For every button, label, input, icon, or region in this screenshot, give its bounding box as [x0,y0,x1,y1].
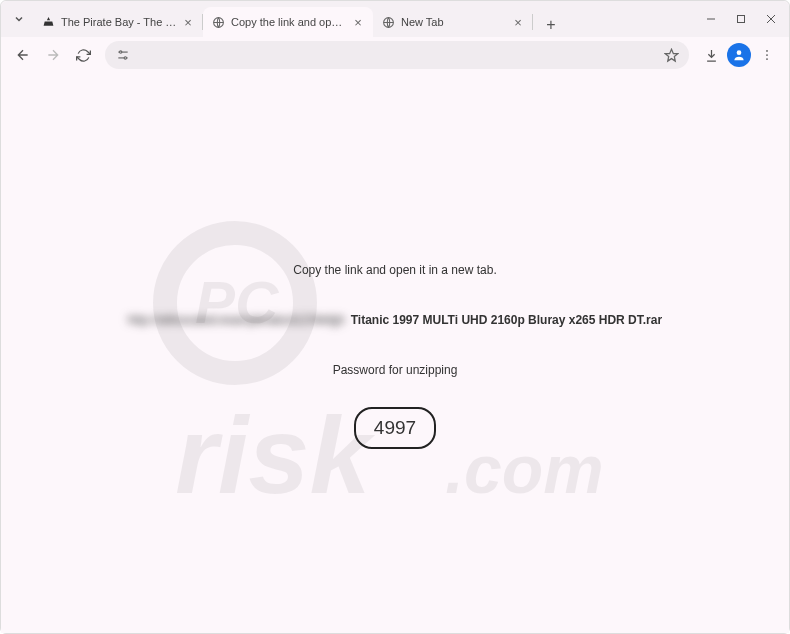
address-bar[interactable] [105,41,689,69]
close-icon[interactable]: × [351,15,365,29]
minimize-button[interactable] [697,5,725,33]
close-window-button[interactable] [757,5,785,33]
reload-button[interactable] [69,41,97,69]
password-value: 4997 [354,407,436,449]
bookmark-icon[interactable] [663,47,679,63]
forward-button[interactable] [39,41,67,69]
site-settings-icon[interactable] [115,47,131,63]
svg-point-9 [124,57,126,59]
browser-window: The Pirate Bay - The galaxy's m… × Copy … [0,0,790,634]
menu-button[interactable] [753,41,781,69]
ship-icon [41,15,55,29]
downloads-button[interactable] [697,41,725,69]
back-button[interactable] [9,41,37,69]
search-tabs-button[interactable] [5,5,33,33]
password-label: Password for unzipping [1,363,789,377]
globe-icon [381,15,395,29]
svg-rect-3 [738,16,745,23]
globe-icon [211,15,225,29]
tab-title: The Pirate Bay - The galaxy's m… [61,16,177,28]
tab-title: Copy the link and open it in a n… [231,16,347,28]
page-content: PC risk .com Copy the link and open it i… [1,73,789,633]
tab-strip: The Pirate Bay - The galaxy's m… × Copy … [33,1,697,37]
svg-point-12 [766,54,768,56]
close-icon[interactable]: × [181,15,195,29]
blurred-url: http://obfuscated.example/abcd1234efgh [128,313,345,327]
instruction-text: Copy the link and open it in a new tab. [1,263,789,277]
close-icon[interactable]: × [511,15,525,29]
toolbar [1,37,789,73]
svg-point-13 [766,58,768,60]
tab-copy-link[interactable]: Copy the link and open it in a n… × [203,7,373,37]
filename-text: Titanic 1997 MULTi UHD 2160p Bluray x265… [351,313,662,327]
tab-title: New Tab [401,16,507,28]
maximize-button[interactable] [727,5,755,33]
svg-point-11 [766,50,768,52]
profile-button[interactable] [727,43,751,67]
titlebar: The Pirate Bay - The galaxy's m… × Copy … [1,1,789,37]
tab-pirate-bay[interactable]: The Pirate Bay - The galaxy's m… × [33,7,203,37]
page-body: Copy the link and open it in a new tab. … [1,73,789,449]
window-controls [697,5,785,33]
svg-point-8 [120,51,122,53]
download-line: http://obfuscated.example/abcd1234efgh T… [1,313,789,327]
svg-point-10 [737,50,742,55]
tab-new-tab[interactable]: New Tab × [373,7,533,37]
new-tab-button[interactable]: + [539,13,563,37]
